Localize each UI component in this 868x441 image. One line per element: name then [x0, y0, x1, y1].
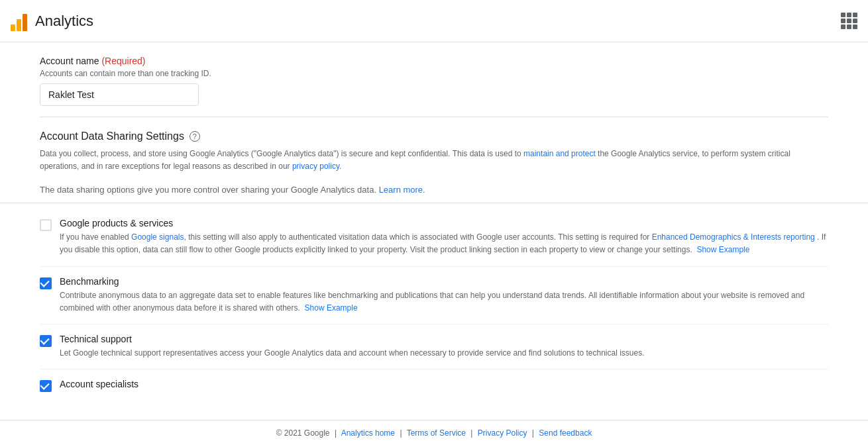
footer: © 2021 Google | Analytics home | Terms o… — [0, 420, 868, 441]
data-sharing-title: Account Data Sharing Settings ? — [40, 130, 828, 142]
checkbox-wrapper-google-products — [40, 219, 52, 231]
enhanced-demographics-link[interactable]: Enhanced Demographics & Interests report… — [652, 232, 815, 242]
copyright-text: © 2021 Google — [276, 428, 330, 438]
checkbox-account-specialists[interactable] — [40, 380, 52, 392]
account-specialists-title: Account specialists — [60, 379, 828, 389]
checkbox-item-technical-support: Technical support Let Google technical s… — [40, 324, 828, 369]
header-left: Analytics — [11, 11, 93, 31]
logo-bar-1 — [11, 24, 15, 31]
checkbox-content-technical-support: Technical support Let Google technical s… — [60, 334, 828, 360]
checkbox-content-benchmarking: Benchmarking Contribute anonymous data t… — [60, 276, 828, 315]
analytics-logo — [11, 11, 27, 31]
header: Analytics — [0, 0, 868, 42]
checkbox-item-benchmarking: Benchmarking Contribute anonymous data t… — [40, 267, 828, 324]
app-title: Analytics — [35, 13, 93, 30]
google-products-title: Google products & services — [60, 218, 828, 228]
learn-more-link[interactable]: Learn more. — [379, 185, 425, 195]
sharing-intro: The data sharing options give you more c… — [0, 173, 868, 203]
privacy-policy-link[interactable]: Privacy Policy — [478, 428, 527, 438]
logo-bar-2 — [17, 19, 21, 31]
checkbox-google-products[interactable] — [40, 219, 52, 231]
account-name-section: Account name (Required) Accounts can con… — [0, 42, 868, 117]
terms-of-service-link[interactable]: Terms of Service — [407, 428, 466, 438]
data-sharing-section: Account Data Sharing Settings ? Data you… — [0, 117, 868, 173]
checkbox-item-account-specialists: Account specialists — [40, 369, 828, 401]
data-sharing-description: Data you collect, process, and store usi… — [40, 148, 828, 173]
account-name-label: Account name (Required) — [40, 56, 828, 66]
benchmarking-desc: Contribute anonymous data to an aggregat… — [60, 289, 828, 315]
apps-grid-button[interactable] — [841, 13, 857, 29]
account-name-input[interactable] — [40, 83, 199, 106]
checkbox-wrapper-benchmarking — [40, 277, 52, 289]
checkbox-item-google-products: Google products & services If you have e… — [40, 209, 828, 266]
checkbox-content-account-specialists: Account specialists — [60, 379, 828, 392]
logo-bar-3 — [23, 14, 27, 31]
checkbox-wrapper-account-specialists — [40, 380, 52, 392]
main-content: Account name (Required) Accounts can con… — [0, 42, 868, 420]
checkbox-technical-support[interactable] — [40, 335, 52, 347]
account-name-hint: Accounts can contain more than one track… — [40, 69, 828, 78]
show-example-benchmarking[interactable]: Show Example — [305, 303, 358, 313]
analytics-home-link[interactable]: Analytics home — [341, 428, 395, 438]
google-signals-link[interactable]: Google signals — [131, 232, 184, 242]
checkbox-benchmarking[interactable] — [40, 277, 52, 289]
help-icon[interactable]: ? — [190, 131, 200, 142]
technical-support-title: Technical support — [60, 334, 828, 344]
privacy-policy-link-inline[interactable]: privacy policy — [292, 162, 339, 171]
checkbox-wrapper-technical-support — [40, 335, 52, 347]
technical-support-desc: Let Google technical support representat… — [60, 347, 828, 360]
required-indicator: (Required) — [101, 56, 145, 66]
benchmarking-title: Benchmarking — [60, 276, 828, 287]
show-example-google-products[interactable]: Show Example — [696, 245, 749, 254]
maintain-protect-link[interactable]: maintain and protect — [523, 149, 596, 158]
google-products-desc: If you have enabled Google signals, this… — [60, 231, 828, 256]
checkbox-section: Google products & services If you have e… — [0, 203, 868, 407]
send-feedback-link[interactable]: Send feedback — [539, 428, 592, 438]
checkbox-content-google-products: Google products & services If you have e… — [60, 218, 828, 256]
